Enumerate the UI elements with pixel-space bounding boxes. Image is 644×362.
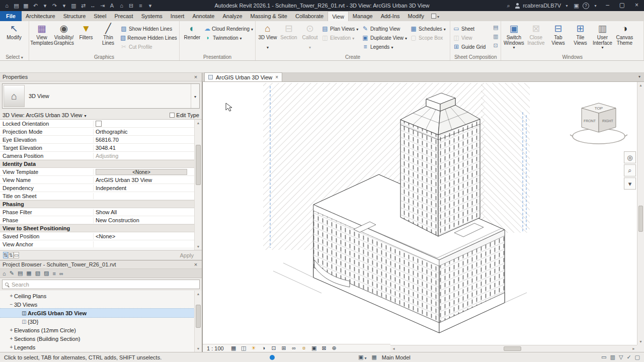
user-menu-caret-icon[interactable] [562,0,572,12]
scroll-up-icon[interactable] [195,291,202,297]
print-icon[interactable]: ▥ [69,0,78,11]
select-toggle-icon[interactable]: ✓ [626,354,631,360]
tree-expander-icon[interactable]: + [9,327,14,333]
tree-expander-icon[interactable]: + [9,293,14,299]
tree-item[interactable]: + Ceiling Plans [0,292,194,300]
temporary-hide-isolate-icon[interactable]: ∞ [289,345,299,351]
apply-button[interactable]: Apply [175,252,199,258]
search-input[interactable] [12,282,197,288]
tree-item[interactable]: ◫ ArcGIS Urban 3D View [0,309,194,317]
ribbon-button[interactable]: ⊠ Close Inactive [525,22,547,50]
undo-dropdown-icon[interactable]: ▾ [40,0,50,11]
tab-list-caret-icon[interactable] [635,71,644,81]
properties-help-icon[interactable]: ▭ [14,252,19,258]
ribbon-button[interactable]: ╱ Thin Lines [97,22,119,46]
text-icon[interactable]: A [107,0,117,11]
maximize-button[interactable]: ▢ [615,0,629,11]
browser-home-icon[interactable]: ⌂ [3,270,6,277]
ribbon-tab[interactable]: View [328,11,349,21]
temporary-view-properties-icon[interactable]: ▣ [309,345,319,351]
ribbon-tab[interactable]: Structure [59,11,90,21]
property-value[interactable] [94,120,194,127]
zoom-icon[interactable]: ⌕ [624,164,636,176]
panel-label-windows[interactable]: Windows [501,54,643,60]
default-3d-view-icon[interactable]: ⌂ [117,0,126,11]
modify-button[interactable]: ↖ Modify [2,22,27,46]
minimize-button[interactable]: – [600,0,615,11]
ribbon-tab[interactable]: Analyze [218,11,246,21]
username[interactable]: rcabreraDLB7V [522,3,562,9]
property-value[interactable]: ArcGIS Urban 3D View [94,177,194,183]
tree-item[interactable]: + Elevations (12mm Circle) [0,326,194,334]
ribbon-item[interactable]: ▨ Show Hidden Lines [119,24,178,33]
browser-groups-icon[interactable]: ≡ [53,270,56,277]
browser-links-icon[interactable]: ∞ [59,270,63,277]
scroll-down-icon[interactable] [195,243,202,250]
panel-label-create[interactable]: Create [256,54,450,60]
ribbon-button[interactable]: ▼ Filters [75,22,97,46]
ribbon-item[interactable]: ✂ Cut Profile [119,42,178,51]
render-button[interactable]: ◐ Render [181,22,203,46]
ribbon-tab[interactable]: Steel [90,11,110,21]
sun-path-icon[interactable]: ☀ [249,345,259,351]
ribbon-button[interactable]: ◉ Visibility/ Graphics [53,22,75,46]
ribbon-item[interactable]: ◫ Elevation [320,33,361,42]
show-crop-region-icon[interactable]: ⊞ [279,345,289,351]
ribbon-item[interactable]: ◫ View [452,33,491,42]
ribbon-item[interactable]: ▤ Plan Views [320,24,361,33]
canvas[interactable]: TOP FRONT RIGHT ◎⌕▾ 1 : 100 [202,82,644,352]
property-value[interactable]: Orthographic [94,129,194,135]
ribbon-item[interactable]: ◗ Twinmotion [203,33,254,42]
scroll-thumb[interactable] [504,346,521,351]
detail-level-icon[interactable]: ▦ [229,345,238,351]
search-icon[interactable]: ⌕ [504,0,513,11]
ribbon-tab[interactable]: Massing & Site [247,11,291,21]
panel-label-graphics[interactable]: Graphics [29,54,179,60]
ribbon-item[interactable]: ≡ Legends [361,42,409,51]
ribbon-tab[interactable]: Annotate [188,11,218,21]
hide-analytical-model-icon[interactable]: ⊠ [319,345,329,351]
tree-expander-icon[interactable]: − [9,302,14,307]
tree-item[interactable]: + Legends [0,343,194,351]
ribbon-button[interactable]: ⊙ Callout [299,22,320,50]
property-value[interactable]: Independent [94,185,194,191]
ribbon-item[interactable]: ▣ Duplicate View [361,33,409,42]
type-selector-caret-icon[interactable] [191,84,199,108]
reveal-constraints-icon[interactable]: ⊕ [330,345,339,351]
ribbon-button[interactable]: ⊞ Tile Views [569,22,591,50]
ribbon-item[interactable]: ▢ Scope Box [409,33,448,42]
property-value[interactable]: <None> [94,168,194,175]
panel-label-select[interactable]: Select [0,54,29,60]
tree-expander-icon[interactable]: + [9,336,14,341]
properties-scrollbar[interactable] [194,120,202,250]
browser-schedules-icon[interactable]: ▨ [44,270,49,277]
ribbon-item[interactable]: ▧ Remove Hidden Lines [119,33,178,42]
active-workset-label[interactable]: Main Model [382,354,411,360]
ribbon-tab[interactable]: Collaborate [291,11,328,21]
ribbon-item[interactable]: ☁ Cloud Rendering [203,24,254,33]
ribbon-button[interactable]: ▦ View Templates [31,22,53,46]
property-value[interactable]: Adjusting [94,153,194,159]
ribbon-tab[interactable]: File [0,11,22,21]
undo-icon[interactable]: ↶ [31,0,40,11]
type-selector[interactable]: ⌂ 3D View [2,83,200,109]
vertical-scrollbar[interactable] [637,82,644,345]
sort-ascending-icon[interactable]: ⇅ [3,252,8,258]
tree-item[interactable]: + Sections (Building Section) [0,334,194,343]
properties-close-icon[interactable]: × [192,74,199,80]
ribbon-tab[interactable]: Add-Ins [377,11,404,21]
steering-wheel-icon[interactable]: ◎ [624,151,636,163]
scroll-down-icon[interactable] [637,338,644,345]
close-button[interactable]: × [629,0,644,11]
group-properties-icon[interactable]: ⇅ [8,252,13,258]
panel-label-presentation[interactable]: Presentation [180,54,255,60]
ribbon-tab[interactable]: Precast [110,11,137,21]
redo-icon[interactable]: ↷ [50,0,59,11]
browser-list-icon[interactable]: ▤ [18,270,23,277]
thin-lines-icon[interactable]: ≡ [136,0,145,11]
ribbon-button[interactable]: ◑ Canvas Theme [613,22,635,50]
navbar-more-icon[interactable]: ▾ [624,177,636,190]
horizontal-scrollbar[interactable] [390,345,637,352]
scale-button[interactable]: 1 : 100 [207,345,228,351]
visual-style-icon[interactable]: ◫ [239,345,249,351]
